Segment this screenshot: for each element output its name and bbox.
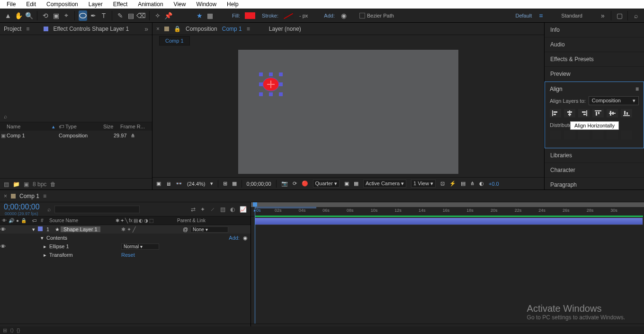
status-icon[interactable]: ⟨⟩: [10, 327, 14, 334]
roi-icon[interactable]: ▣: [344, 181, 349, 187]
audio-panel[interactable]: Audio: [545, 37, 644, 52]
anchor-point-icon[interactable]: [267, 81, 275, 88]
dist-hcenter-button[interactable]: [607, 131, 618, 139]
handle-icon[interactable]: [279, 92, 283, 96]
grid-icon[interactable]: ▦: [232, 181, 237, 187]
transparency-icon[interactable]: ▦: [354, 181, 358, 187]
lock-col-icon[interactable]: 🔒: [21, 218, 27, 223]
video-col-icon[interactable]: 👁: [2, 218, 7, 223]
puppet-tool-icon[interactable]: 📌: [164, 10, 172, 21]
handle-icon[interactable]: [259, 72, 263, 76]
blend-mode-dropdown[interactable]: Normal ▾: [121, 244, 159, 250]
effects-presets-panel[interactable]: Effects & Presets: [545, 52, 644, 67]
snapshot-icon[interactable]: 📷: [281, 181, 288, 187]
lock-icon[interactable]: 🔒: [174, 26, 181, 32]
brush-tool-icon[interactable]: ✎: [116, 10, 125, 21]
workspace-standard[interactable]: Standard: [561, 13, 582, 18]
dist-left-button[interactable]: [592, 131, 604, 139]
col-size[interactable]: Size: [103, 124, 120, 129]
layer-video-toggle[interactable]: 👁: [0, 226, 6, 232]
col-name[interactable]: Name: [0, 124, 52, 129]
menu-window[interactable]: Window: [191, 0, 221, 9]
type-tool-icon[interactable]: T: [99, 10, 108, 21]
bpc-button[interactable]: 8 bpc: [33, 181, 46, 188]
timeline-search-input[interactable]: [54, 206, 140, 213]
stroke-swatch[interactable]: [283, 12, 294, 19]
project-tab[interactable]: Project: [4, 26, 21, 32]
draft3d-icon[interactable]: ✦: [200, 206, 205, 213]
info-panel[interactable]: Info: [545, 23, 644, 37]
parent-pickwhip-icon[interactable]: @: [183, 226, 188, 232]
dist-bottom-button[interactable]: [578, 131, 590, 139]
switch-adjust-icon[interactable]: ◑: [144, 218, 148, 223]
timeline-search-icon[interactable]: ⌕: [47, 206, 51, 213]
dist-right-button[interactable]: [621, 131, 632, 139]
menu-view[interactable]: View: [169, 0, 191, 9]
composition-canvas[interactable]: [238, 50, 458, 174]
col-hash[interactable]: #: [41, 218, 49, 223]
timeline-tab-menu-icon[interactable]: ≡: [43, 193, 46, 199]
transform-row[interactable]: ▸ Transform Reset: [0, 251, 250, 259]
menu-animation[interactable]: Animation: [133, 0, 168, 9]
menu-composition[interactable]: Composition: [42, 0, 83, 9]
menu-edit[interactable]: Edit: [21, 0, 41, 9]
ellipse-row[interactable]: 👁 ▸ Ellipse 1 Normal ▾: [0, 242, 250, 251]
handle-icon[interactable]: [269, 92, 273, 96]
col-type[interactable]: Type: [65, 124, 103, 129]
align-target-dropdown[interactable]: Composition ▾: [589, 96, 639, 105]
menu-effect[interactable]: Effect: [108, 0, 132, 9]
clone-tool-icon[interactable]: ▤: [126, 10, 135, 21]
align-left-button[interactable]: [550, 109, 561, 117]
ellipse-twirl-icon[interactable]: ▸: [44, 244, 46, 249]
mag-dropdown-icon[interactable]: ▾: [210, 181, 213, 187]
switch-quality-icon[interactable]: ╲: [125, 218, 128, 223]
col-source-name[interactable]: Source Name: [49, 218, 116, 223]
comp-mini-flow-icon[interactable]: ⇄: [191, 206, 196, 213]
stroke-width[interactable]: - px: [299, 13, 308, 18]
align-top-button[interactable]: [592, 109, 604, 117]
preview-panel[interactable]: Preview: [545, 67, 644, 81]
layer-tab[interactable]: Layer (none): [269, 26, 301, 32]
libraries-panel[interactable]: Libraries: [545, 148, 644, 163]
sort-icon[interactable]: ▴: [52, 124, 55, 129]
ellipse-visible-icon[interactable]: 👁: [0, 244, 6, 249]
ellipse-tool-icon[interactable]: [79, 10, 87, 21]
comp-tab-menu-icon[interactable]: ≡: [247, 26, 250, 32]
switch-fx-icon[interactable]: fx: [129, 218, 133, 223]
layer-row-1[interactable]: 👁 ▾ 1 ★ Shape Layer 1 ✱ ✦ ╱ @ None ▾: [0, 225, 250, 234]
new-comp-icon[interactable]: ▣: [24, 181, 29, 188]
overflow-icon[interactable]: »: [599, 10, 607, 21]
switch-3d-icon[interactable]: ⬚: [149, 218, 153, 223]
solo-col-icon[interactable]: ●: [16, 218, 19, 223]
status-icon[interactable]: ⊞: [3, 327, 7, 334]
new-folder-icon[interactable]: 📁: [13, 181, 20, 188]
viewport[interactable]: [152, 46, 544, 177]
menu-file[interactable]: File: [2, 0, 20, 9]
handle-icon[interactable]: [259, 82, 263, 86]
flowchart-icon[interactable]: ⋔: [131, 133, 135, 139]
asset-row[interactable]: ▣ Comp 1 Composition 29.97 ⋔: [0, 131, 152, 140]
contents-twirl-icon[interactable]: ▾: [41, 235, 44, 241]
hand-tool-icon[interactable]: ✋: [14, 10, 23, 21]
current-time[interactable]: 0;00;00;00: [247, 181, 271, 187]
layer-twirl-icon[interactable]: ▾: [32, 226, 35, 232]
close-timeline-tab-icon[interactable]: ×: [4, 193, 7, 199]
align-hcenter-button[interactable]: [564, 109, 575, 117]
close-tab-icon[interactable]: ×: [156, 26, 160, 32]
dist-vcenter-button[interactable]: [564, 131, 575, 139]
always-preview-icon[interactable]: ▣: [156, 181, 161, 187]
contents-row[interactable]: ▾ Contents Add: ◉: [0, 234, 250, 242]
channels-icon[interactable]: 🔴: [302, 181, 308, 187]
transform-twirl-icon[interactable]: ▸: [44, 252, 46, 258]
zoom-tool-icon[interactable]: 🔍: [25, 10, 33, 21]
status-icon[interactable]: {}: [17, 327, 20, 333]
star-icon[interactable]: ★: [195, 10, 204, 21]
composition-tab-name[interactable]: Comp 1: [222, 26, 242, 32]
timeline-icon[interactable]: ▤: [461, 181, 465, 187]
switch-collapse-icon[interactable]: ✦: [120, 218, 124, 223]
workspace-menu-icon[interactable]: ≡: [537, 10, 545, 21]
switch-shy-layer[interactable]: ✱: [121, 226, 125, 232]
switch-collapse-layer[interactable]: ✦: [127, 226, 131, 232]
timeline-ruler[interactable]: ▸0s 02s04s06s08s10s12s14s16s18s20s22s24s…: [251, 207, 644, 217]
mask-icon[interactable]: 👓: [176, 181, 182, 187]
